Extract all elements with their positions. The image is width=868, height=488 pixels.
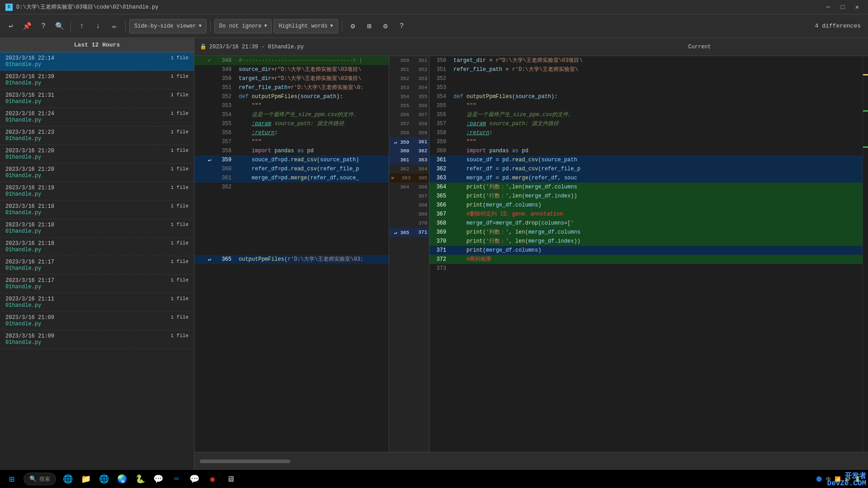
options-button[interactable]: ⚙ <box>346 19 360 33</box>
item-date: 2023/3/16 21:18 <box>5 222 54 228</box>
item-date: 2023/3/16 21:19 <box>5 185 54 191</box>
center-line: 364 366 <box>389 183 429 192</box>
item-filename: 01handle.py <box>5 191 54 197</box>
sidebar-item[interactable]: 2023/3/16 21:24 01handle.py 1 file <box>0 108 194 127</box>
center-line: 351 352 <box>389 65 429 74</box>
ignore-dropdown[interactable]: Do not ignore ▼ <box>214 19 272 33</box>
center-line-numbers: 350 351 351 352 352 353 353 354 354 35 <box>389 56 429 452</box>
edit-button[interactable]: ✏ <box>107 19 122 33</box>
code-line: 356 这是一个最终产生_size_ppm.csv的文件。 <box>429 110 863 119</box>
undo-button[interactable]: ↩ <box>4 19 18 33</box>
next-diff-button[interactable]: ↓ <box>91 19 105 33</box>
left-file-label: 2023/3/16 21:39 - 01handle.py <box>209 44 304 50</box>
teams-app[interactable]: 💬 <box>150 471 166 487</box>
toolbar: ↩ 📌 ? 🔍 ↑ ↓ ✏ Side-by-side viewer ▼ Do n… <box>0 14 868 38</box>
code-line: 360 refer_df=pd.read_csv(refer_file_p <box>194 164 389 174</box>
edge-app[interactable]: 🌐 <box>96 471 112 487</box>
center-line: 352 353 <box>389 74 429 83</box>
pin-button[interactable]: 📌 <box>20 19 34 33</box>
sidebar-item[interactable]: 2023/3/16 21:11 01handle.py 1 file <box>0 293 194 312</box>
pycharm-app[interactable]: 🖥 <box>222 471 239 487</box>
center-line-added: » 363 365 <box>389 174 429 183</box>
item-count: 1 file <box>170 203 189 209</box>
viewer-dropdown[interactable]: Side-by-side viewer ▼ <box>129 19 207 33</box>
right-code-panel[interactable]: 350 target_dir = r"D:\大学\王老师实验室\03项目\ 35… <box>429 56 863 452</box>
code-line: 373 <box>429 264 863 273</box>
item-info: 2023/3/16 21:18 01handle.py <box>5 203 54 216</box>
bottom-scrollbar[interactable] <box>194 452 868 470</box>
sidebar-item[interactable]: 2023/3/16 21:39 01handle.py 1 file <box>0 71 194 89</box>
help2-button[interactable]: ? <box>395 19 409 33</box>
code-line: 358 :return: <box>429 128 863 137</box>
vscode-app[interactable]: ⌨ <box>168 471 184 487</box>
sidebar-item[interactable]: 2023/3/16 21:17 01handle.py 1 file <box>0 256 194 275</box>
code-line: 354 这是一个最终产生_size_ppm.csv的文件。 <box>194 110 389 119</box>
item-date: 2023/3/16 21:09 <box>5 333 54 339</box>
center-line: 350 351 <box>389 56 429 65</box>
taskbar-search[interactable]: 🔍 搜索 <box>24 473 56 485</box>
item-info: 2023/3/16 21:09 01handle.py <box>5 314 54 327</box>
item-info: 2023/3/16 21:11 01handle.py <box>5 296 54 309</box>
sidebar-item[interactable]: 2023/3/16 21:18 01handle.py 1 file <box>0 201 194 219</box>
python-app[interactable]: 🐍 <box>132 471 148 487</box>
gear-button[interactable]: ⚙ <box>378 19 393 33</box>
watermark: 开发者DevZe.COM <box>826 472 868 488</box>
center-line-changed: 360 362 <box>389 146 429 155</box>
panel-header: 🔒 2023/3/16 21:39 - 01handle.py Current <box>194 38 868 56</box>
minimize-button[interactable]: ─ <box>823 2 834 13</box>
code-line: 355 :param source_path: 源文件路径 <box>194 119 389 128</box>
help-button[interactable]: ? <box>36 19 51 33</box>
code-line: 357 :param source_path: 源文件路径 <box>429 119 863 128</box>
item-info: 2023/3/16 21:20 01handle.py <box>5 148 54 160</box>
code-line: 368 merge_df=merge_df.drop(columns=[' <box>429 219 863 228</box>
start-button[interactable]: ⊞ <box>4 471 20 487</box>
item-filename: 01handle.py <box>5 339 54 346</box>
close-button[interactable]: ✕ <box>852 2 863 13</box>
lock-icon: 🔒 <box>200 43 207 50</box>
code-line: 372 #两列相乘 <box>429 255 863 264</box>
windows-logo: ⊞ <box>9 474 14 485</box>
sidebar-item[interactable]: 2023/3/16 21:31 01handle.py 1 file <box>0 89 194 108</box>
sidebar-item[interactable]: 2023/3/16 21:09 01handle.py 1 file <box>0 330 194 349</box>
highlight-dropdown[interactable]: Highlight words ▼ <box>274 19 338 33</box>
sidebar-item[interactable]: 2023/3/16 22:14 01handle.py 1 file <box>0 52 194 71</box>
prev-diff-button[interactable]: ↑ <box>75 19 89 33</box>
title-bar-text: D:\大学\王老师实验室\03项目\code\02\01handle.py <box>16 3 823 11</box>
sidebar-item[interactable]: 2023/3/16 21:18 01handle.py 1 file <box>0 238 194 256</box>
title-bar: D D:\大学\王老师实验室\03项目\code\02\01handle.py … <box>0 0 868 14</box>
horizontal-scrollbar[interactable] <box>200 460 290 463</box>
code-line: 364 print('列数：',len(merge_df.columns <box>429 183 863 192</box>
sidebar-item[interactable]: 2023/3/16 21:17 01handle.py 1 file <box>0 275 194 293</box>
maximize-button[interactable]: □ <box>837 2 848 13</box>
code-line: ↵ 365 outputPpmFiles(r'D:\大学\王老师实验室\03: <box>194 255 389 264</box>
center-line: 370 <box>389 219 429 228</box>
item-filename: 01handle.py <box>5 265 54 272</box>
left-code-panel[interactable]: ✓ 348 #---------------------------------… <box>194 56 389 452</box>
item-filename: 01handle.py <box>5 284 54 290</box>
code-line: 362 <box>194 183 389 192</box>
browser2-app[interactable]: 🌏 <box>114 471 130 487</box>
folder-app[interactable]: 📁 <box>78 471 94 487</box>
sidebar-item[interactable]: 2023/3/16 21:23 01handle.py 1 file <box>0 127 194 145</box>
layout-button[interactable]: ⊞ <box>362 19 377 33</box>
item-count: 1 file <box>170 129 189 135</box>
sidebar-item[interactable]: 2023/3/16 21:20 01handle.py 1 file <box>0 164 194 182</box>
code-line: 353 """ <box>194 101 389 110</box>
sidebar-item[interactable]: 2023/3/16 21:18 01handle.py 1 file <box>0 219 194 238</box>
red-app[interactable]: ◉ <box>204 471 221 487</box>
item-date: 2023/3/16 21:17 <box>5 259 54 265</box>
item-count: 1 file <box>170 240 189 246</box>
code-line: 352 <box>429 74 863 83</box>
sidebar-item[interactable]: 2023/3/16 21:09 01handle.py 1 file <box>0 312 194 330</box>
tray-bluetooth[interactable]: 🔵 <box>816 476 822 482</box>
sidebar-item[interactable]: 2023/3/16 21:19 01handle.py 1 file <box>0 182 194 201</box>
item-date: 2023/3/16 21:18 <box>5 203 54 210</box>
item-filename: 01handle.py <box>5 99 54 105</box>
search-button[interactable]: 🔍 <box>52 19 67 33</box>
item-date: 2023/3/16 21:17 <box>5 277 54 284</box>
item-date: 2023/3/16 21:20 <box>5 148 54 154</box>
item-info: 2023/3/16 21:39 01handle.py <box>5 74 54 86</box>
sidebar-item[interactable]: 2023/3/16 21:20 01handle.py 1 file <box>0 145 194 164</box>
wechat-app[interactable]: 💬 <box>186 471 203 487</box>
chrome-app[interactable]: 🌐 <box>60 471 76 487</box>
